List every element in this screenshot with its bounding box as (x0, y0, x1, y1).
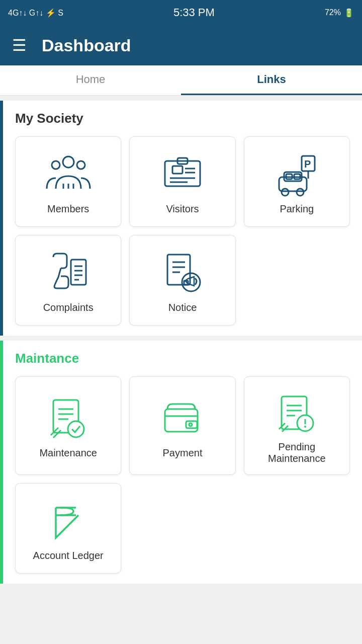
visitors-card[interactable]: Visitors (129, 136, 235, 227)
svg-point-0 (63, 156, 74, 168)
svg-point-2 (77, 161, 85, 169)
tabs-container: Home Links (0, 65, 362, 96)
maintenance-icon (46, 395, 91, 440)
parking-icon: P (274, 151, 319, 196)
my-society-grid: Members Visit (15, 136, 350, 326)
svg-rect-22 (71, 260, 86, 285)
app-bar: ☰ Dashboard (0, 25, 362, 65)
account-ledger-card[interactable]: Account Ledger (15, 483, 121, 574)
app-title: Dashboard (42, 36, 131, 55)
status-bar: 4G↑↓ G↑↓ ⚡ S 5:33 PM 72% 🔋 (0, 0, 362, 25)
battery-icon: 🔋 (344, 8, 354, 18)
members-label: Members (47, 203, 89, 215)
payment-icon (160, 395, 205, 440)
svg-rect-7 (172, 166, 183, 174)
complaints-label: Complaints (43, 302, 94, 313)
notice-card[interactable]: Notice (129, 235, 235, 326)
parking-label: Parking (280, 203, 314, 215)
complaints-icon (46, 250, 91, 295)
my-society-title: My Society (15, 111, 350, 126)
maintenance-card[interactable]: Maintenance (15, 376, 121, 475)
svg-point-18 (282, 189, 289, 196)
tab-links[interactable]: Links (181, 65, 362, 95)
maintance-grid: Maintenance Payment (15, 376, 350, 574)
pending-maintenance-label: Pending Maintenance (268, 441, 326, 464)
network-indicator: 4G↑↓ G↑↓ ⚡ S (8, 8, 63, 18)
account-ledger-label: Account Ledger (33, 550, 104, 561)
hamburger-menu-icon[interactable]: ☰ (12, 36, 27, 55)
visitors-icon (160, 151, 205, 196)
svg-point-49 (304, 426, 306, 428)
parking-card[interactable]: P Parking (244, 136, 350, 227)
svg-point-19 (297, 189, 304, 196)
my-society-section: My Society (0, 101, 362, 336)
notice-icon (160, 250, 205, 295)
members-icon (46, 151, 91, 196)
members-card[interactable]: Members (15, 136, 121, 227)
visitors-label: Visitors (166, 203, 199, 215)
status-right: 72% 🔋 (325, 8, 354, 18)
payment-card[interactable]: Payment (129, 376, 235, 475)
status-left: 4G↑↓ G↑↓ ⚡ S (8, 8, 63, 18)
maintenance-label: Maintenance (39, 447, 97, 459)
maintance-title: Maintance (15, 351, 350, 366)
complaints-card[interactable]: Complaints (15, 235, 121, 326)
battery-indicator: 72% (325, 8, 341, 17)
svg-point-1 (52, 161, 60, 169)
maintance-section: Maintance (0, 341, 362, 584)
main-content: My Society (0, 101, 362, 584)
status-time: 5:33 PM (173, 6, 215, 19)
pending-maintenance-card[interactable]: Pending Maintenance (244, 376, 350, 475)
svg-text:P: P (304, 158, 311, 170)
svg-point-42 (189, 423, 192, 426)
svg-rect-32 (184, 281, 188, 285)
tab-home[interactable]: Home (0, 65, 181, 95)
payment-label: Payment (163, 447, 203, 459)
notice-label: Notice (168, 302, 197, 313)
svg-point-37 (68, 421, 84, 437)
pending-maintenance-icon (274, 389, 319, 434)
account-ledger-icon (46, 498, 91, 543)
